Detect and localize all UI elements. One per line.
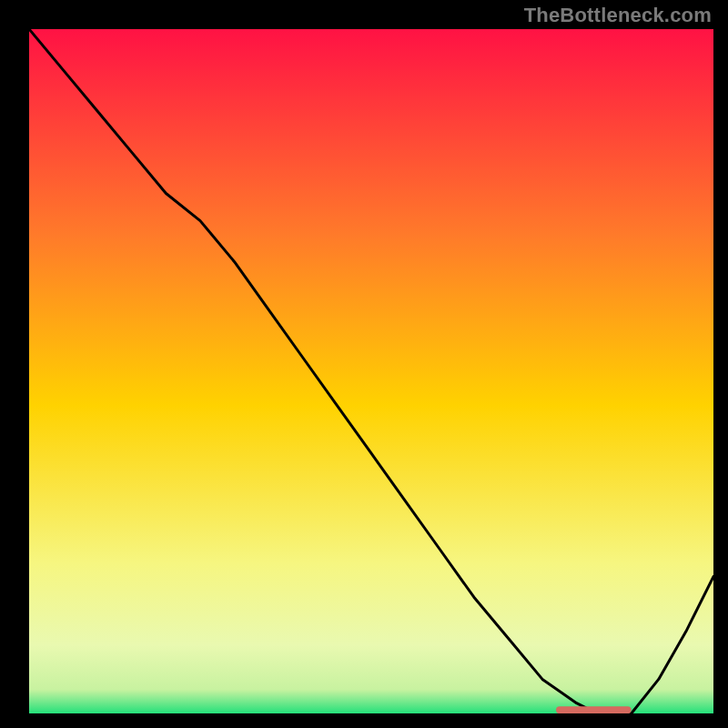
optimal-range-marker [556, 706, 632, 713]
chart-frame: TheBottleneck.com [0, 0, 728, 728]
gradient-background [29, 29, 713, 713]
plot-area [29, 29, 713, 713]
watermark-text: TheBottleneck.com [524, 4, 712, 27]
bottleneck-chart [29, 29, 713, 713]
